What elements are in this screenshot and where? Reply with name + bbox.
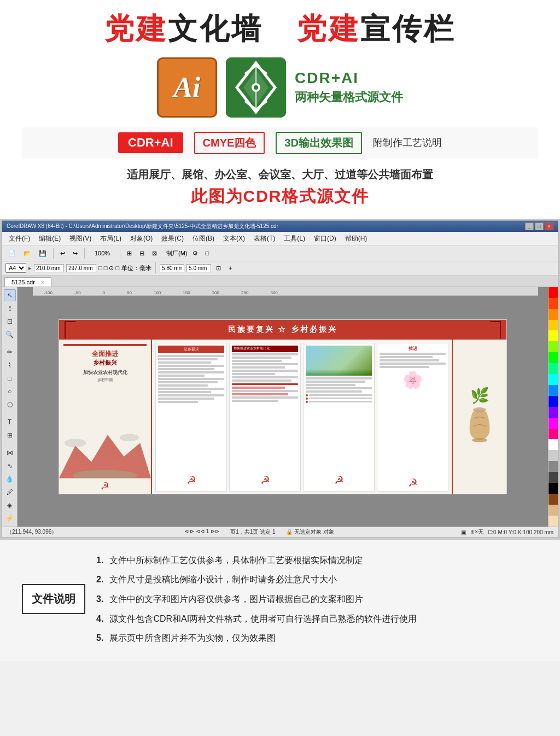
- title-part2: 党建: [297, 12, 360, 45]
- tool-zoom[interactable]: 🔍: [4, 329, 16, 341]
- palette-color-swatch[interactable]: [549, 429, 558, 440]
- toolbar-close-doc[interactable]: □: [203, 249, 212, 258]
- palette-color-swatch[interactable]: [549, 385, 558, 396]
- design-left-panel: 全面推进 乡村振兴 加快农业农村现代化 乡村中国: [59, 340, 152, 494]
- palette-color-swatch[interactable]: [549, 352, 558, 363]
- tool-eyedropper[interactable]: 💧: [4, 473, 16, 485]
- panel3-text: [306, 377, 372, 393]
- tool-parallel[interactable]: ⋈: [4, 447, 16, 459]
- tool-fill[interactable]: ◈: [4, 499, 16, 511]
- menu-view[interactable]: 视图(V): [65, 233, 96, 244]
- design-left-title: 全面推进 乡村振兴 加快农业农村现代化 乡村中国: [83, 349, 127, 383]
- menu-object[interactable]: 对象(O): [126, 233, 157, 244]
- close-button[interactable]: ×: [545, 223, 553, 230]
- unit-label: 单位：毫米: [121, 264, 151, 272]
- palette-color-swatch[interactable]: [549, 407, 558, 418]
- design-panel-3: ☭: [303, 343, 375, 492]
- offset-x-input[interactable]: [160, 264, 184, 272]
- menu-text[interactable]: 文本(X): [219, 233, 249, 244]
- ai-icon: Ai: [157, 57, 217, 118]
- toolbar-settings[interactable]: ⚙: [190, 249, 201, 258]
- menu-tools[interactable]: 工具(L): [279, 233, 310, 244]
- tool-polygon[interactable]: ⬡: [4, 399, 16, 411]
- toolbar-zoom-field[interactable]: 100%: [89, 249, 116, 258]
- palette-color-swatch[interactable]: [549, 494, 558, 505]
- palette-color-swatch[interactable]: [549, 418, 558, 429]
- palette-color-swatch[interactable]: [549, 298, 558, 309]
- tool-ellipse[interactable]: ○: [4, 385, 16, 398]
- tool-node[interactable]: ⟟: [4, 302, 16, 314]
- tool-table[interactable]: ⊞: [4, 429, 16, 441]
- page-size-select[interactable]: A4: [5, 263, 26, 273]
- palette-color-swatch[interactable]: [549, 516, 558, 527]
- menu-layout[interactable]: 布局(L): [96, 233, 126, 244]
- minimize-button[interactable]: _: [525, 223, 534, 230]
- palette-color-swatch[interactable]: [549, 287, 558, 298]
- tool-smart[interactable]: ⌇: [4, 359, 16, 371]
- toolbar-grid[interactable]: ⊟: [137, 249, 147, 258]
- desc-line: 适用展厅、展馆、办公室、会议室、大厅、过道等公共墙面布置: [22, 167, 538, 182]
- statusbar-center-group: ⊲ ⊳ ⊲⊲ 1 ⊳⊳ 页1，共1页 选定 1 🔒 无选定对象 对象: [184, 528, 335, 536]
- tool-text[interactable]: T: [4, 416, 16, 428]
- tab-close[interactable]: ×: [41, 279, 44, 285]
- tool-interact[interactable]: ⚡: [4, 512, 16, 524]
- design-middle: 总体要求 ☭: [152, 340, 452, 494]
- cdr-toolbar: 📄 📂 💾 ↩ ↪ 100% ⊞ ⊟ ⊠ 制厂(M) ⚙ □: [2, 246, 558, 261]
- offset-y-input[interactable]: [186, 264, 211, 272]
- palette-color-swatch[interactable]: [549, 439, 558, 450]
- tag-craft: 附制作工艺说明: [373, 136, 442, 149]
- fill-indicator: 🔒 无选定对象 对象: [286, 528, 334, 536]
- palette-color-swatch[interactable]: [549, 374, 558, 385]
- statusbar-left: （211.944, 93.096）: [7, 528, 57, 536]
- toolbar-redo[interactable]: ↪: [70, 249, 80, 258]
- menu-edit[interactable]: 编辑(E): [34, 233, 65, 244]
- palette-color-swatch[interactable]: [549, 341, 558, 352]
- menu-table[interactable]: 表格(T): [249, 233, 279, 244]
- toolbar-open[interactable]: 📂: [21, 249, 34, 258]
- cdr-canvas: -100 -50 0 50 100 150 200 250 300: [18, 287, 548, 527]
- menu-bitmap[interactable]: 位图(B): [188, 233, 219, 244]
- toolbar-save[interactable]: 💾: [36, 249, 49, 258]
- deco-corner-tl: [65, 321, 75, 338]
- menu-help[interactable]: 帮助(H): [341, 233, 372, 244]
- party-emblem-left: ☭: [101, 480, 109, 492]
- left-title-l2: 乡村振兴: [83, 359, 127, 367]
- height-input[interactable]: [66, 264, 96, 272]
- bottom-section: 文件说明 1. 文件中所标制作工艺仅供参考，具体制作工艺要根据实际情况制定 2.…: [0, 540, 560, 661]
- palette-color-swatch[interactable]: [549, 309, 558, 320]
- tool-select[interactable]: ↖: [4, 289, 16, 301]
- toolbar-undo[interactable]: ↩: [57, 249, 68, 258]
- palette-color-swatch[interactable]: [549, 396, 558, 407]
- palette-color-swatch[interactable]: [549, 330, 558, 341]
- panel4-flower: 🌸: [380, 370, 446, 389]
- palette-color-swatch[interactable]: [549, 363, 558, 374]
- tool-freehand[interactable]: ✏: [4, 346, 16, 358]
- toolbar-snap[interactable]: ⊞: [124, 249, 135, 258]
- maximize-button[interactable]: □: [535, 223, 544, 230]
- toolbar2-proportional[interactable]: ⊡: [213, 264, 224, 273]
- width-input[interactable]: [34, 264, 64, 272]
- tool-rect[interactable]: □: [4, 372, 16, 384]
- toolbar-sep3: [120, 248, 120, 259]
- palette-color-swatch[interactable]: [549, 505, 558, 516]
- palette-color-swatch[interactable]: [549, 320, 558, 331]
- palette-color-swatch[interactable]: [549, 472, 558, 483]
- palette-color-swatch[interactable]: [549, 450, 558, 461]
- tool-paint[interactable]: 🖊: [4, 486, 16, 498]
- palette-color-swatch[interactable]: [549, 483, 558, 494]
- toolbar-new[interactable]: 📄: [5, 249, 19, 258]
- toolbar2-lock[interactable]: +: [226, 264, 235, 272]
- doc-tab[interactable]: 5125.cdr ×: [4, 277, 51, 287]
- tool-blend[interactable]: ∿: [4, 460, 16, 472]
- toolbar-guide[interactable]: ⊠: [149, 249, 160, 258]
- tool-crop[interactable]: ⊡: [4, 316, 16, 328]
- menu-window[interactable]: 窗口(D): [310, 233, 341, 244]
- file-label: 文件说明: [22, 584, 85, 614]
- format-row: Ai CDR+AI: [22, 57, 538, 118]
- menu-effects[interactable]: 效果(C): [157, 233, 188, 244]
- toolbar2-sep: [155, 262, 156, 273]
- tag-row: CDR+AI CMYE四色 3D输出效果图 附制作工艺说明: [22, 127, 538, 159]
- menu-file[interactable]: 文件(F): [4, 233, 34, 244]
- palette-color-swatch[interactable]: [549, 461, 558, 472]
- vase-svg: [463, 402, 496, 446]
